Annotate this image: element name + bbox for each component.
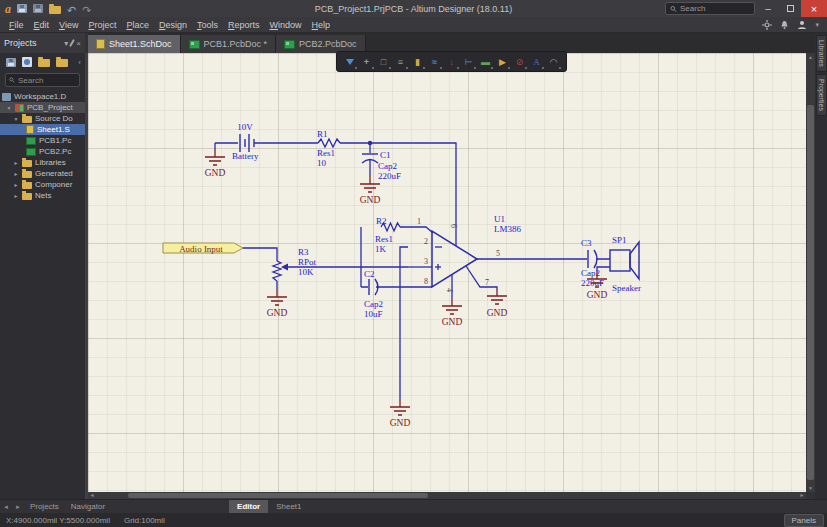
capacitor-c1[interactable]: C1 Cap2 220uF	[362, 150, 401, 181]
capacitor-c3[interactable]: C3 Cap2 220uF	[581, 238, 604, 288]
redo-icon[interactable]	[82, 0, 91, 18]
select-icon[interactable]: □	[375, 53, 392, 70]
menu-view[interactable]: View	[54, 20, 83, 30]
u1-comment[interactable]: LM386	[494, 224, 522, 234]
horizontal-scrollbar[interactable]: ◄ ►	[88, 492, 806, 499]
r1-designator[interactable]: R1	[317, 129, 328, 139]
menu-help[interactable]: Help	[307, 20, 336, 30]
place-port-icon[interactable]: ▶	[494, 53, 511, 70]
place-text-icon[interactable]: A	[528, 53, 545, 70]
tab-libraries[interactable]: Libraries	[816, 35, 827, 72]
save-project-icon[interactable]	[6, 58, 16, 67]
open-document-icon[interactable]	[22, 57, 32, 67]
bell-icon[interactable]	[780, 20, 789, 30]
c1-value[interactable]: 220uF	[378, 171, 401, 181]
save-all-icon[interactable]	[33, 4, 43, 13]
c1-comment[interactable]: Cap2	[378, 161, 397, 171]
scroll-down-icon[interactable]: ▼	[806, 484, 815, 492]
projects-search-box[interactable]	[5, 73, 80, 87]
tree-item-pcb-project[interactable]: ▼ PCB_Project	[0, 102, 85, 113]
resistor-r2[interactable]: R2 Res1 1K	[375, 216, 400, 254]
panels-button[interactable]: Panels	[784, 514, 824, 527]
menu-edit[interactable]: Edit	[29, 20, 55, 30]
menu-place[interactable]: Place	[121, 20, 154, 30]
scroll-right-icon[interactable]: ►	[798, 492, 806, 499]
place-power-port-icon[interactable]: ↓	[443, 53, 460, 70]
sp1-comment[interactable]: Speaker	[612, 283, 641, 293]
no-erc-icon[interactable]: ⊘	[511, 53, 528, 70]
bottom-tab-sheet1[interactable]: Sheet1	[268, 500, 309, 514]
projects-search-input[interactable]	[18, 76, 76, 85]
expand-open-icon[interactable]: ▼	[6, 105, 12, 111]
r3-value[interactable]: 10K	[298, 267, 314, 277]
r3-comment[interactable]: RPot	[298, 257, 317, 267]
resistor-r1[interactable]: R1 Res1 10	[317, 129, 340, 168]
c2-designator[interactable]: C2	[364, 269, 375, 279]
align-icon[interactable]: ≡	[392, 53, 409, 70]
panel-dropdown-icon[interactable]: ▾	[64, 39, 68, 48]
c1-designator[interactable]: C1	[380, 150, 391, 160]
tab-scroll-left-icon[interactable]: ◄	[0, 504, 12, 510]
open-project-icon[interactable]	[38, 59, 50, 67]
filter-icon[interactable]	[341, 53, 358, 70]
minimize-button[interactable]: –	[757, 0, 779, 17]
tree-item-nets[interactable]: ► Nets	[0, 190, 85, 201]
menu-tools[interactable]: Tools	[192, 20, 223, 30]
c2-comment[interactable]: Cap2	[364, 299, 383, 309]
schematic-canvas[interactable]: 10V Battery R1 Res1 10 C1 Cap2 220uF	[88, 53, 806, 492]
altium-logo-icon[interactable]: a	[5, 3, 11, 15]
expand-closed-icon[interactable]: ►	[13, 160, 19, 166]
potentiometer-r3[interactable]: R3 RPot 10K	[273, 247, 317, 281]
bottom-tab-navigator[interactable]: Navigator	[65, 502, 111, 511]
undo-icon[interactable]	[67, 0, 76, 18]
place-component-icon[interactable]: ▮	[409, 53, 426, 70]
save-icon[interactable]	[17, 4, 27, 13]
scroll-up-icon[interactable]: ▲	[806, 53, 815, 61]
tree-item-components[interactable]: ► Componer	[0, 179, 85, 190]
tab-scroll-right-icon[interactable]: ►	[12, 504, 24, 510]
place-sheet-symbol-icon[interactable]: ▬	[477, 53, 494, 70]
global-search-box[interactable]	[665, 2, 755, 15]
add-project-icon[interactable]	[56, 59, 68, 67]
capacitor-c2[interactable]: C2 Cap2 10uF	[364, 269, 383, 319]
menu-design[interactable]: Design	[154, 20, 192, 30]
r1-comment[interactable]: Res1	[317, 148, 335, 158]
battery-component[interactable]: 10V Battery	[232, 122, 259, 161]
r1-value[interactable]: 10	[317, 158, 327, 168]
expand-closed-icon[interactable]: ►	[13, 182, 19, 188]
menu-window[interactable]: Window	[265, 20, 307, 30]
expand-closed-icon[interactable]: ►	[13, 193, 19, 199]
tree-item-pcb2[interactable]: PCB2.Pc	[0, 146, 85, 157]
collapse-panel-icon[interactable]: ‹	[78, 58, 81, 67]
battery-voltage-label[interactable]: 10V	[237, 122, 253, 132]
menu-project[interactable]: Project	[83, 20, 121, 30]
expand-open-icon[interactable]: ▼	[13, 116, 19, 122]
tree-item-sheet1[interactable]: Sheet1.S	[0, 124, 85, 135]
place-wire-icon[interactable]: ≈	[426, 53, 443, 70]
gnd-symbols[interactable]	[205, 150, 607, 415]
menu-file[interactable]: File	[4, 20, 29, 30]
gear-icon[interactable]	[762, 20, 772, 30]
tree-item-source-documents[interactable]: ▼ Source Do	[0, 113, 85, 124]
scroll-left-icon[interactable]: ◄	[88, 492, 96, 499]
tree-item-pcb1[interactable]: PCB1.Pc	[0, 135, 85, 146]
open-folder-icon[interactable]	[49, 6, 61, 14]
u1-designator[interactable]: U1	[494, 214, 505, 224]
move-icon[interactable]: +	[358, 53, 375, 70]
horizontal-scroll-thumb[interactable]	[128, 493, 428, 498]
tree-item-generated[interactable]: ► Generated	[0, 168, 85, 179]
r3-designator[interactable]: R3	[298, 247, 309, 257]
panel-pin-icon[interactable]	[69, 39, 75, 47]
close-button[interactable]: ×	[801, 0, 827, 17]
bottom-tab-editor[interactable]: Editor	[229, 500, 268, 514]
doc-tab-sheet1[interactable]: Sheet1.SchDoc	[88, 35, 181, 53]
r2-comment[interactable]: Res1	[375, 234, 393, 244]
user-icon[interactable]	[797, 20, 807, 30]
sp1-designator[interactable]: SP1	[612, 235, 627, 245]
bottom-tab-projects[interactable]: Projects	[24, 502, 65, 511]
menu-reports[interactable]: Reports	[223, 20, 265, 30]
place-net-label-icon[interactable]: ⊢	[460, 53, 477, 70]
c3-designator[interactable]: C3	[581, 238, 592, 248]
tree-item-workspace[interactable]: Workspace1.D	[0, 91, 85, 102]
tree-item-libraries[interactable]: ► Libraries	[0, 157, 85, 168]
